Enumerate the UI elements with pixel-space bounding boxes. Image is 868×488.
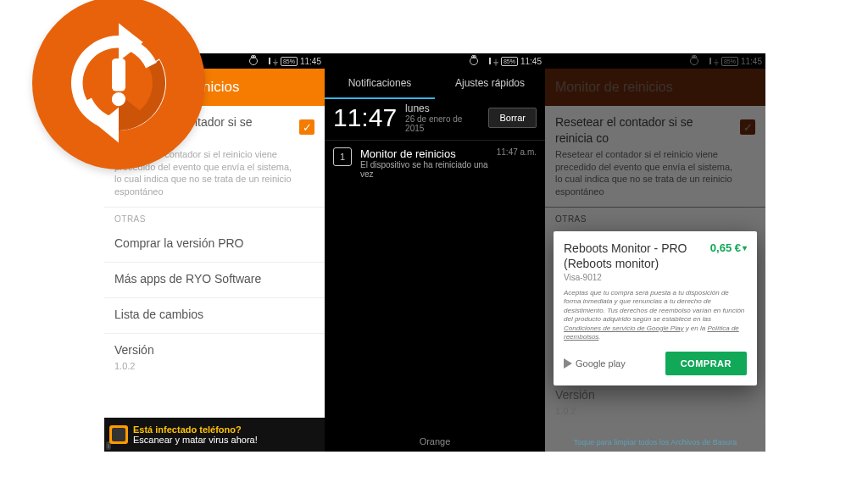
carrier-label: Orange: [325, 436, 545, 446]
notification-app-icon: 1: [333, 147, 352, 166]
clear-button[interactable]: Borrar: [488, 108, 537, 128]
battery-icon: 85%: [281, 57, 298, 66]
notification-title: Monitor de reinicios: [360, 147, 488, 160]
version-label: Versión: [114, 342, 314, 358]
checkbox-icon[interactable]: ✓: [299, 119, 314, 135]
signal-icon: [260, 58, 270, 64]
status-bar: ⏚ 85% 11:45: [325, 53, 545, 69]
signal-icon: [481, 58, 491, 64]
screen-notification-shade: ⏚ 85% 11:45 Notificaciones Ajustes rápid…: [325, 53, 545, 452]
shade-date: 26 de enero de 2015: [405, 114, 480, 133]
buy-button[interactable]: COMPRAR: [665, 352, 747, 375]
alarm-icon: [249, 57, 258, 65]
terms-text: Aceptas que tu compra será puesta a tu d…: [564, 289, 747, 341]
notification-body: El dispositivo se ha reiniciado una vez: [360, 160, 488, 179]
item-more-apps[interactable]: Más apps de RYO Software: [104, 263, 325, 298]
svg-point-3: [112, 92, 125, 106]
item-version: Versión 1.0.2: [104, 334, 325, 381]
chevron-down-icon: ▾: [743, 243, 747, 252]
payment-card[interactable]: Visa-9012: [564, 273, 687, 282]
svg-rect-2: [112, 58, 125, 88]
google-play-badge: Google play: [564, 358, 626, 369]
ad-banner[interactable]: i Está infectado teléfono? Escanear y ma…: [104, 418, 325, 452]
notification-time: 11:47 a.m.: [497, 147, 537, 157]
play-triangle-icon: [564, 358, 572, 369]
tab-quick-settings[interactable]: Ajustes rápidos: [435, 69, 545, 99]
cleanup-hint[interactable]: Toque para limpiar todos los Archivos de…: [545, 438, 765, 446]
shade-day: lunes: [405, 103, 480, 114]
tos-link[interactable]: Condiciones de servicio de Google Play: [564, 324, 683, 332]
product-title: Reboots Monitor - PRO (Reboots monitor): [564, 241, 687, 271]
section-others: OTRAS: [104, 208, 325, 227]
alarm-icon: [470, 57, 478, 65]
ad-line2: Escanear y matar virus ahora!: [133, 435, 258, 445]
shade-clock: 11:47: [333, 103, 397, 132]
item-buy-pro[interactable]: Comprar la versión PRO: [104, 227, 325, 263]
wifi-icon: ⏚: [273, 57, 278, 66]
wifi-icon: ⏚: [493, 57, 498, 66]
notification-item[interactable]: 1 Monitor de reinicios El dispositivo se…: [325, 140, 545, 186]
ad-robot-icon: [109, 425, 128, 444]
status-time: 11:45: [520, 57, 542, 66]
purchase-dialog: Reboots Monitor - PRO (Reboots monitor) …: [554, 231, 757, 385]
price-dropdown[interactable]: 0,65 € ▾: [710, 241, 747, 254]
status-time: 11:45: [300, 57, 321, 66]
tab-notifications[interactable]: Notificaciones: [325, 69, 435, 99]
item-changelog[interactable]: Lista de cambios: [104, 298, 325, 334]
version-value: 1.0.2: [114, 360, 314, 373]
app-logo-icon: [32, 0, 205, 169]
ad-line1: Está infectado teléfono?: [133, 424, 258, 435]
screen-purchase-dialog: ⏚ 85% 11:45 Monitor de reinicios Resetea…: [545, 53, 765, 452]
battery-icon: 85%: [501, 57, 518, 66]
